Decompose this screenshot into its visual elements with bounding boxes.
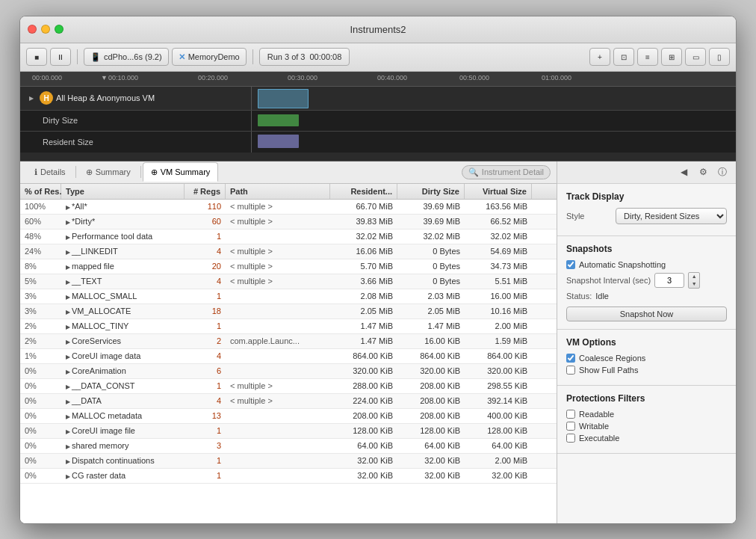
td-regs: 1 (185, 290, 226, 302)
expand-triangle: ▶ (66, 264, 70, 271)
table-row[interactable]: 48% ▶Performance tool data 1 32.02 MiB 3… (20, 230, 557, 244)
td-type: ▶shared memory (61, 440, 185, 452)
table-row[interactable]: 60% ▶*Dirty* 60 < multiple > 39.83 MiB 3… (20, 215, 557, 230)
table-row[interactable]: 0% ▶__DATA 4 < multiple > 224.00 KiB 208… (20, 394, 557, 409)
table-row[interactable]: 24% ▶__LINKEDIT 4 < multiple > 16.06 MiB… (20, 244, 557, 259)
th-percent[interactable]: % of Res. (20, 184, 61, 199)
layout-btn-4[interactable]: ▭ (685, 48, 706, 66)
tab-summary-icon: ⊕ (86, 167, 93, 177)
td-percent: 0% (20, 395, 61, 407)
subtrack-row-dirty[interactable]: Dirty Size (20, 111, 736, 132)
snapshot-now-button[interactable]: Snapshot Now (566, 307, 727, 321)
td-resident: 288.00 KiB (330, 380, 397, 392)
td-virtual: 10.16 MiB (465, 305, 532, 317)
tab-search[interactable]: 🔍 Instrument Detail (462, 165, 551, 179)
td-type: ▶CoreUI image file (61, 425, 185, 437)
th-regs[interactable]: # Regs (185, 184, 226, 199)
coalesce-checkbox[interactable] (566, 354, 575, 363)
td-path: < multiple > (226, 395, 330, 407)
th-resident[interactable]: Resident... (330, 184, 397, 199)
readable-row: Readable (566, 410, 727, 419)
table-row[interactable]: 0% ▶Dispatch continuations 1 32.00 KiB 3… (20, 454, 557, 469)
main-content: ℹ Details ⊕ Summary ⊕ VM Summary 🔍 Instr… (20, 161, 736, 523)
th-type[interactable]: Type (61, 184, 185, 199)
tab-vm-summary[interactable]: ⊕ VM Summary (143, 162, 219, 182)
table-row[interactable]: 0% ▶CG raster data 1 32.00 KiB 32.00 KiB… (20, 469, 557, 484)
full-paths-checkbox[interactable] (566, 366, 575, 375)
td-regs: 1 (185, 425, 226, 437)
back-icon[interactable]: ◀ (676, 164, 691, 179)
stepper-up[interactable]: ▲ (689, 273, 699, 280)
interval-label: Snapshot Interval (sec) (566, 276, 651, 285)
add-button[interactable]: + (589, 48, 610, 66)
th-virtual[interactable]: Virtual Size (465, 184, 532, 199)
table-row[interactable]: 100% ▶*All* 110 < multiple > 66.70 MiB 3… (20, 200, 557, 215)
td-path (226, 354, 330, 357)
track-row-allheap[interactable]: ▶ H All Heap & Anonymous VM (20, 87, 736, 111)
minimize-button[interactable] (41, 25, 50, 34)
style-select[interactable]: Dirty, Resident Sizes (616, 208, 727, 224)
layout-btn-2[interactable]: ≡ (637, 48, 658, 66)
stepper-down[interactable]: ▼ (689, 280, 699, 288)
th-dirty[interactable]: Dirty Size (397, 184, 465, 199)
table-row[interactable]: 3% ▶MALLOC_SMALL 1 2.08 MiB 2.03 MiB 16.… (20, 289, 557, 304)
device-icon: 📱 (90, 52, 101, 62)
readable-checkbox[interactable] (566, 410, 575, 419)
main-window: Instruments2 ■ ⏸ 📱 cdPho...6s (9.2) ✕ Me… (19, 16, 737, 524)
timeline-tracks: ▶ H All Heap & Anonymous VM Dirty Size (20, 87, 736, 161)
tab-summary[interactable]: ⊕ Summary (78, 162, 139, 182)
auto-snapshot-checkbox[interactable] (566, 260, 575, 269)
th-path[interactable]: Path (226, 184, 330, 199)
device-selector[interactable]: 📱 cdPho...6s (9.2) (84, 48, 169, 66)
expand-triangle: ▶ (66, 219, 70, 226)
table-row[interactable]: 0% ▶shared memory 3 64.00 KiB 64.00 KiB … (20, 439, 557, 454)
layout-btn-3[interactable]: ⊞ (661, 48, 682, 66)
table-row[interactable]: 0% ▶__DATA_CONST 1 < multiple > 288.00 K… (20, 379, 557, 394)
table-row[interactable]: 5% ▶__TEXT 4 < multiple > 3.66 MiB 0 Byt… (20, 274, 557, 289)
td-dirty: 320.00 KiB (397, 365, 465, 377)
info-icon[interactable]: ⓘ (715, 164, 730, 179)
close-button[interactable] (28, 25, 37, 34)
protections-section: Protections Filters Readable Writable Ex… (557, 386, 736, 454)
table-row[interactable]: 2% ▶CoreServices 2 com.apple.Launc... 1.… (20, 334, 557, 349)
window-title: Instruments2 (350, 24, 406, 35)
track-icon-allheap: H (40, 91, 53, 105)
subtrack-label-dirty: Dirty Size (43, 116, 78, 125)
subtrack-row-resident[interactable]: Resident Size (20, 132, 736, 153)
table-row[interactable]: 0% ▶MALLOC metadata 13 208.00 KiB 208.00… (20, 409, 557, 424)
pause-button[interactable]: ⏸ (50, 48, 71, 66)
stop-button[interactable]: ■ (26, 48, 47, 66)
table-row[interactable]: 2% ▶MALLOC_TINY 1 1.47 MiB 1.47 MiB 2.00… (20, 319, 557, 334)
app-selector[interactable]: ✕ MemoryDemo (172, 48, 247, 66)
writable-row: Writable (566, 422, 727, 431)
expand-triangle: ▶ (66, 413, 70, 420)
run-info: Run 3 of 3 00:00:08 (259, 48, 350, 66)
add-icon: + (598, 53, 602, 61)
td-path (226, 414, 330, 417)
table-row[interactable]: 8% ▶mapped file 20 < multiple > 5.70 MiB… (20, 259, 557, 274)
settings-icon[interactable]: ⚙ (695, 164, 710, 179)
table-row[interactable]: 3% ▶VM_ALLOCATE 18 2.05 MiB 2.05 MiB 10.… (20, 304, 557, 319)
td-virtual: 864.00 KiB (465, 350, 532, 362)
writable-checkbox[interactable] (566, 422, 575, 431)
subtrack-label-resident: Resident Size (43, 138, 93, 147)
toolbar-separator-2 (252, 49, 253, 64)
expand-triangle: ▶ (66, 279, 70, 286)
fullscreen-button[interactable] (55, 25, 63, 34)
executable-checkbox[interactable] (566, 434, 575, 443)
track-expand-allheap[interactable]: ▶ (26, 93, 37, 103)
td-type: ▶Dispatch continuations (61, 455, 185, 466)
tab-details[interactable]: ℹ Details (26, 162, 74, 182)
tab-details-label: Details (40, 167, 66, 176)
td-dirty: 32.00 KiB (397, 455, 465, 466)
layout-btn-1[interactable]: ⊡ (613, 48, 634, 66)
table-row[interactable]: 1% ▶CoreUI image data 4 864.00 KiB 864.0… (20, 349, 557, 364)
td-dirty: 208.00 KiB (397, 395, 465, 407)
ruler-label-0: 00:00.000 (32, 74, 62, 81)
table-row[interactable]: 0% ▶CoreAnimation 6 320.00 KiB 320.00 Ki… (20, 364, 557, 379)
table-row[interactable]: 0% ▶CoreUI image file 1 128.00 KiB 128.0… (20, 424, 557, 439)
td-dirty: 64.00 KiB (397, 440, 465, 452)
interval-input[interactable] (654, 273, 684, 288)
layout-btn-5[interactable]: ▯ (709, 48, 730, 66)
track-display-section: Track Display Style Dirty, Resident Size… (557, 184, 736, 236)
